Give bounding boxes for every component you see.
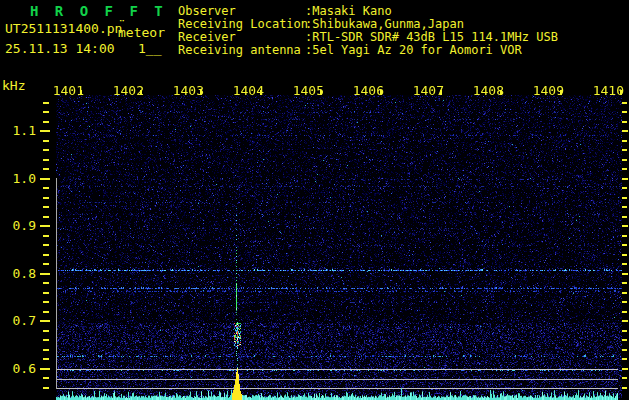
freq-tick-mark-left	[43, 197, 49, 199]
freq-tick-mark-right	[622, 254, 627, 256]
freq-tick-mark-right	[622, 244, 627, 246]
freq-tick-label: 1.0	[0, 171, 36, 186]
freq-tick-mark-right	[622, 235, 627, 237]
time-tick-mark	[140, 90, 142, 95]
freq-tick-mark-left	[43, 301, 49, 303]
freq-tick-label: 0.7	[0, 313, 36, 328]
freq-tick-mark-left	[43, 244, 49, 246]
freq-tick-mark-right	[622, 320, 628, 322]
time-tick-mark	[320, 90, 322, 95]
time-tick-label: 1405	[278, 83, 324, 98]
info-label-receiver: Receiver	[178, 30, 236, 44]
time-tick-mark	[500, 90, 502, 95]
hrofft-window: H R O F F T UT2511131400.pn ¨ meteor 25.…	[0, 0, 629, 400]
freq-tick-mark-left	[43, 187, 49, 189]
freq-tick-mark-right	[622, 178, 628, 180]
freq-tick-mark-right	[622, 349, 627, 351]
time-tick-mark	[560, 90, 562, 95]
app-title: H R O F F T	[30, 3, 167, 19]
freq-tick-mark-right	[622, 206, 627, 208]
freq-tick-mark-right	[622, 273, 628, 275]
time-tick-mark	[80, 90, 82, 95]
time-tick-label: 1403	[158, 83, 204, 98]
output-filename: UT2511131400.pn	[5, 21, 122, 36]
freq-tick-mark-left	[40, 130, 50, 132]
freq-tick-mark-left	[43, 292, 49, 294]
freq-tick-label: 0.9	[0, 218, 36, 233]
freq-tick-mark-left	[40, 178, 50, 180]
time-tick-mark	[260, 90, 262, 95]
freq-tick-mark-left	[43, 377, 49, 379]
freq-tick-mark-left	[43, 140, 49, 142]
freq-tick-mark-right	[622, 130, 628, 132]
freq-tick-mark-right	[622, 168, 627, 170]
freq-tick-mark-right	[622, 387, 627, 389]
freq-tick-mark-right	[622, 187, 627, 189]
freq-tick-mark-left	[43, 349, 49, 351]
freq-tick-mark-left	[43, 358, 49, 360]
freq-tick-mark-left	[43, 282, 49, 284]
spectrogram-canvas	[56, 95, 622, 400]
freq-tick-label: 1.1	[0, 123, 36, 138]
freq-tick-mark-right	[622, 377, 627, 379]
freq-tick-mark-right	[622, 263, 627, 265]
freq-tick-mark-right	[622, 111, 627, 113]
info-value-antenna: :5el Yagi Az 20 for Aomori VOR	[305, 43, 522, 57]
time-tick-label: 1407	[398, 83, 444, 98]
time-tick-label: 1406	[338, 83, 384, 98]
freq-tick-mark-left	[43, 339, 49, 341]
freq-tick-mark-right	[622, 197, 627, 199]
observation-datetime: 25.11.13 14:00	[5, 41, 115, 56]
freq-tick-label: 0.8	[0, 266, 36, 281]
info-label-observer: Observer	[178, 4, 236, 18]
info-value-location: :Shibukawa,Gunma,Japan	[305, 17, 464, 31]
freq-tick-mark-left	[43, 311, 49, 313]
freq-tick-mark-right	[622, 358, 627, 360]
freq-tick-mark-left	[43, 111, 49, 113]
freq-tick-mark-left	[43, 254, 49, 256]
freq-tick-mark-right	[622, 301, 627, 303]
freq-tick-mark-right	[622, 330, 627, 332]
time-tick-mark	[620, 90, 622, 95]
freq-tick-mark-left	[43, 168, 49, 170]
time-tick-label: 1410	[578, 83, 624, 98]
freq-tick-mark-left	[43, 263, 49, 265]
freq-tick-mark-right	[622, 121, 627, 123]
freq-tick-mark-left	[40, 273, 50, 275]
freq-tick-mark-left	[43, 159, 49, 161]
freq-axis-unit-label: kHz	[2, 78, 25, 93]
freq-tick-mark-right	[622, 216, 627, 218]
freq-tick-mark-right	[622, 225, 628, 227]
freq-tick-mark-left	[43, 121, 49, 123]
freq-tick-mark-left	[43, 149, 49, 151]
freq-tick-mark-right	[622, 149, 627, 151]
freq-tick-label: 0.6	[0, 361, 36, 376]
freq-tick-mark-left	[43, 216, 49, 218]
time-tick-mark	[380, 90, 382, 95]
freq-tick-mark-left	[40, 225, 50, 227]
freq-tick-mark-left	[40, 368, 50, 370]
freq-tick-mark-left	[43, 330, 49, 332]
freq-tick-mark-right	[622, 282, 627, 284]
mode-label: meteor	[118, 25, 165, 40]
time-tick-mark	[200, 90, 202, 95]
time-tick-mark	[440, 90, 442, 95]
freq-tick-mark-left	[43, 102, 49, 104]
freq-tick-mark-right	[622, 140, 627, 142]
freq-tick-mark-right	[622, 292, 627, 294]
freq-tick-mark-right	[622, 368, 628, 370]
time-tick-label: 1402	[98, 83, 144, 98]
freq-tick-mark-left	[43, 235, 49, 237]
freq-tick-mark-right	[622, 159, 627, 161]
info-value-receiver: :RTL-SDR SDR# 43dB L15 114.1MHz USB	[305, 30, 558, 44]
freq-tick-mark-left	[40, 320, 50, 322]
time-tick-label: 1401	[38, 83, 84, 98]
freq-tick-mark-right	[622, 311, 627, 313]
freq-tick-mark-right	[622, 339, 627, 341]
echo-counter: 1__	[138, 41, 161, 56]
info-value-observer: :Masaki Kano	[305, 4, 392, 18]
time-tick-label: 1409	[518, 83, 564, 98]
freq-tick-mark-right	[622, 102, 627, 104]
time-tick-label: 1408	[458, 83, 504, 98]
info-label-antenna: Receiving antenna	[178, 43, 301, 57]
